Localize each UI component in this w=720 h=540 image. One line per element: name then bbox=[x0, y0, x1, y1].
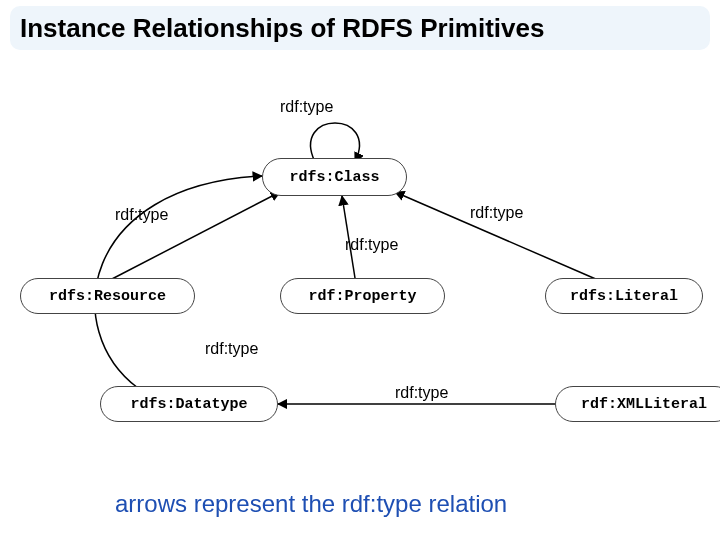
node-label: rdfs:Literal bbox=[570, 288, 678, 305]
edge-label-resource: rdf:type bbox=[115, 206, 168, 224]
node-label: rdf:Property bbox=[308, 288, 416, 305]
node-rdf-property: rdf:Property bbox=[280, 278, 445, 314]
node-rdf-xmlliteral: rdf:XMLLiteral bbox=[555, 386, 720, 422]
node-label: rdf:XMLLiteral bbox=[581, 396, 707, 413]
edge-class-self bbox=[311, 123, 360, 162]
edge-label-class-self: rdf:type bbox=[280, 98, 333, 116]
node-label: rdfs:Datatype bbox=[130, 396, 247, 413]
node-rdfs-datatype: rdfs:Datatype bbox=[100, 386, 278, 422]
edge-label-xmlliteral: rdf:type bbox=[395, 384, 448, 402]
diagram-edges-layer bbox=[0, 0, 720, 540]
node-rdfs-resource: rdfs:Resource bbox=[20, 278, 195, 314]
node-label: rdfs:Class bbox=[289, 169, 379, 186]
node-label: rdfs:Resource bbox=[49, 288, 166, 305]
diagram-caption: arrows represent the rdf:type relation bbox=[115, 490, 507, 518]
edge-label-datatype: rdf:type bbox=[205, 340, 258, 358]
node-rdfs-literal: rdfs:Literal bbox=[545, 278, 703, 314]
edge-label-property: rdf:type bbox=[345, 236, 398, 254]
node-rdfs-class: rdfs:Class bbox=[262, 158, 407, 196]
edge-label-literal: rdf:type bbox=[470, 204, 523, 222]
